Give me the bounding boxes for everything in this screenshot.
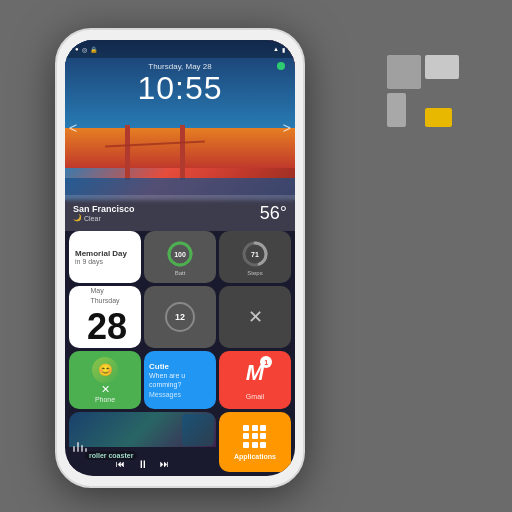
app-dot-5 [252, 433, 258, 439]
music-equalizer [73, 442, 87, 452]
next-button[interactable]: ⏭ [160, 459, 169, 469]
weather-condition: 🌙 Clear [73, 214, 135, 222]
app-dot-7 [243, 442, 249, 448]
weather-temperature: 56° [260, 203, 287, 224]
widget-grid: Memorial Day in 9 days 100 Batt [69, 231, 291, 472]
calendar-day-number: 28 [87, 306, 127, 348]
weather-city: San Francisco [73, 204, 135, 214]
memorial-subtitle: in 9 days [75, 258, 135, 265]
green-indicator-dot [277, 62, 285, 70]
apps-grid-icon [243, 425, 267, 449]
bridge-tower-right [180, 125, 185, 180]
phone-widget-label: Phone [95, 396, 115, 403]
play-pause-button[interactable]: ⏸ [137, 458, 148, 470]
messages-label: Messages [149, 391, 211, 398]
nav-right-arrow[interactable]: > [283, 120, 291, 136]
date-overlay: Thursday, May 28 10:55 [65, 62, 295, 106]
date-ring-value: 12 [165, 302, 195, 332]
signal-bars-icon: ▲ [273, 46, 279, 52]
hero-image: Thursday, May 28 10:55 [65, 40, 295, 200]
memorial-title: Memorial Day [75, 249, 135, 258]
gmail-badge: 1 [260, 356, 272, 368]
signal-icon: ● [75, 46, 79, 52]
app-dot-8 [252, 442, 258, 448]
app-dot-6 [260, 433, 266, 439]
steps-ring-svg: 71 [240, 239, 270, 269]
eq-bar-2 [77, 442, 79, 452]
message-preview: When are u comming? [149, 371, 211, 389]
applications-label: Applications [234, 453, 276, 460]
calendar-day-name: Thursday [90, 296, 119, 306]
bridge-tower-left [125, 125, 130, 180]
messages-widget[interactable]: Cutie When are u comming? Messages [144, 351, 216, 409]
eq-bar-3 [81, 445, 83, 452]
weather-bar: San Francisco 🌙 Clear 56° [65, 195, 295, 231]
status-right: ▲ ▮ [273, 46, 285, 53]
phone-mockup: ● ◎ 🔒 ▲ ▮ [55, 28, 305, 488]
steps-circle: 71 Steps [240, 239, 270, 276]
gmail-icon-container: M 1 [246, 360, 264, 386]
applications-widget[interactable]: Applications [219, 412, 291, 472]
calendar-month: May [90, 286, 119, 296]
music-widget[interactable]: roller coaster ⏮ ⏸ ⏭ [69, 412, 216, 472]
battery-label: Batt [175, 270, 186, 276]
prev-button[interactable]: ⏮ [116, 459, 125, 469]
album-art [182, 414, 214, 446]
memorial-widget[interactable]: Memorial Day in 9 days [69, 231, 141, 283]
moon-icon: 🌙 [73, 214, 82, 222]
nav-left-arrow[interactable]: < [69, 120, 77, 136]
message-contact: Cutie [149, 362, 211, 371]
logo-block-4 [425, 108, 452, 127]
status-bar: ● ◎ 🔒 ▲ ▮ [65, 40, 295, 58]
app-dot-4 [243, 433, 249, 439]
app-dot-3 [260, 425, 266, 431]
weather-left: San Francisco 🌙 Clear [73, 204, 135, 222]
calendar-month-day: May Thursday [90, 286, 119, 306]
app-dot-9 [260, 442, 266, 448]
logo-block-1 [387, 55, 421, 89]
steps-widget[interactable]: 71 Steps [219, 231, 291, 283]
steps-label: Steps [247, 270, 262, 276]
eq-bar-1 [73, 446, 75, 452]
contact-avatar: 😊 [92, 357, 118, 383]
logo-block-3 [387, 93, 406, 127]
battery-ring-svg: 100 [165, 239, 195, 269]
battery-value: 100 [174, 251, 186, 258]
flashlight-icon: ✕ [248, 306, 263, 328]
app-logo [387, 55, 467, 135]
gmail-label: Gmail [246, 393, 264, 400]
hero-time: 10:55 [65, 71, 295, 106]
app-dot-1 [243, 425, 249, 431]
app-dot-2 [252, 425, 258, 431]
steps-value: 71 [251, 251, 259, 258]
missed-call-icon: ✕ [101, 383, 110, 396]
date-ring-widget[interactable]: 12 [144, 286, 216, 348]
wifi-icon: ◎ [82, 46, 87, 53]
logo-block-2 [425, 55, 459, 79]
gmail-widget[interactable]: M 1 Gmail [219, 351, 291, 409]
battery-circle: 100 Batt [165, 239, 195, 276]
phone-widget[interactable]: 😊 ✕ Phone [69, 351, 141, 409]
calendar-widget[interactable]: May Thursday 28 [69, 286, 141, 348]
flashlight-widget[interactable]: ✕ [219, 286, 291, 348]
lock-icon: 🔒 [90, 46, 97, 53]
music-controls: ⏮ ⏸ ⏭ [69, 458, 216, 470]
battery-widget[interactable]: 100 Batt [144, 231, 216, 283]
phone-screen: ● ◎ 🔒 ▲ ▮ [65, 40, 295, 476]
status-left: ● ◎ 🔒 [75, 46, 97, 53]
battery-icon: ▮ [282, 46, 285, 53]
